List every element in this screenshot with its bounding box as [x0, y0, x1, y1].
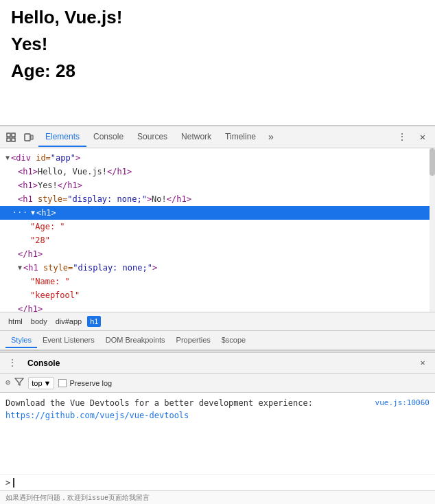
- dom-content: <h1 style="display: none;">No!</h1>: [18, 193, 191, 205]
- console-message-text: Download the Vue Devtools for a better d…: [5, 397, 370, 422]
- style-tab-event-listeners[interactable]: Event Listeners: [37, 333, 100, 348]
- bottom-bar: 如果遇到任何问题，欢迎到issue页面给我留言: [0, 490, 435, 504]
- dom-line-h1-no[interactable]: <h1 style="display: none;">No!</h1>: [0, 192, 435, 206]
- dom-content: "28": [30, 234, 50, 247]
- dom-tree-scrollbar[interactable]: [430, 148, 435, 312]
- svg-rect-5: [31, 135, 33, 139]
- svg-rect-1: [7, 138, 10, 141]
- more-options-icon[interactable]: ⋮: [394, 129, 410, 146]
- tab-elements[interactable]: Elements: [38, 128, 86, 147]
- filter-dropdown-arrow: ▼: [44, 379, 51, 387]
- svg-rect-3: [12, 138, 15, 141]
- style-tab-scope[interactable]: $scope: [216, 333, 251, 348]
- dom-content: </h1>: [18, 248, 43, 260]
- bottom-bar-text: 如果遇到任何问题，欢迎到issue页面给我留言: [5, 493, 150, 503]
- svg-rect-0: [7, 133, 10, 137]
- dom-line-name-text[interactable]: "Name: ": [0, 275, 435, 288]
- elements-panel: ▼ <div id="app"> <h1>Hello, Vue.js!</h1>…: [0, 148, 435, 350]
- style-tab-dom-breakpoints[interactable]: DOM Breakpoints: [100, 333, 171, 348]
- dom-content: <h1>Hello, Vue.js!</h1>: [18, 165, 132, 178]
- console-input-line[interactable]: >: [0, 474, 435, 490]
- style-tab-properties[interactable]: Properties: [171, 333, 216, 348]
- no-entry-icon[interactable]: ⊘: [5, 378, 10, 388]
- page-content: Hello, Vue.js! Yes! Age: 28: [0, 0, 435, 126]
- breadcrumb-body[interactable]: body: [28, 316, 50, 327]
- dom-content: "Age: ": [30, 220, 65, 233]
- console-source[interactable]: vue.js:10060: [375, 397, 430, 409]
- devtools-panel: Elements Console Sources Network Timelin…: [0, 126, 435, 504]
- console-message: Download the Vue Devtools for a better d…: [5, 396, 430, 423]
- dom-content: <h1>Yes!</h1>: [18, 179, 82, 192]
- styles-tabs: Styles Event Listeners DOM Breakpoints P…: [0, 331, 435, 350]
- input-cursor: [13, 478, 14, 488]
- preserve-log-label: Preserve log: [69, 379, 112, 387]
- filter-dropdown[interactable]: top ▼: [28, 377, 54, 389]
- toggle-icon[interactable]: ▼: [5, 152, 10, 164]
- devtools-tabs: Elements Console Sources Network Timelin…: [38, 128, 394, 147]
- breadcrumb-html[interactable]: html: [5, 316, 25, 327]
- console-link[interactable]: https://github.com/vuejs/vue-devtools: [5, 411, 189, 420]
- toggle-icon[interactable]: ▼: [31, 207, 35, 219]
- close-devtools-icon[interactable]: ✕: [414, 129, 431, 146]
- dom-content: <h1 style="display: none;">: [23, 262, 157, 274]
- style-tab-styles[interactable]: Styles: [5, 333, 37, 348]
- tabs-overflow-icon[interactable]: »: [263, 129, 279, 146]
- age-heading: Age: 28: [11, 60, 424, 82]
- dom-line-age-text[interactable]: "Age: ": [0, 220, 435, 233]
- dom-line-keepfool-text[interactable]: "keepfool": [0, 288, 435, 302]
- console-options-icon[interactable]: ⋮: [5, 356, 19, 370]
- console-filter-bar: ⊘ top ▼ Preserve log: [0, 374, 435, 393]
- console-panel: ⋮ Console ✕ ⊘ top ▼ Preserve log: [0, 353, 435, 490]
- tab-timeline[interactable]: Timeline: [218, 128, 263, 147]
- breadcrumb: html body div#app h1: [0, 312, 435, 331]
- breadcrumb-div-app[interactable]: div#app: [53, 316, 85, 327]
- tab-network[interactable]: Network: [174, 128, 218, 147]
- close-console-icon[interactable]: ✕: [416, 356, 430, 370]
- dom-content: </h1>: [18, 303, 43, 312]
- dom-tree-scroll-thumb[interactable]: [430, 148, 435, 176]
- breadcrumb-h1[interactable]: h1: [87, 316, 101, 327]
- dom-line-h1-hello[interactable]: <h1>Hello, Vue.js!</h1>: [0, 165, 435, 179]
- svg-rect-4: [25, 134, 30, 141]
- toolbar-right: ⋮ ✕: [394, 129, 432, 146]
- filter-dropdown-label: top: [32, 379, 42, 387]
- console-output: Download the Vue Devtools for a better d…: [0, 393, 435, 474]
- dom-tree[interactable]: ▼ <div id="app"> <h1>Hello, Vue.js!</h1>…: [0, 148, 435, 312]
- dom-content: "keepfool": [30, 289, 80, 301]
- dom-line-h1-name-open[interactable]: ▼ <h1 style="display: none;">: [0, 261, 435, 275]
- hello-heading: Hello, Vue.js!: [11, 7, 424, 28]
- preserve-log-area: Preserve log: [58, 379, 112, 387]
- svg-rect-2: [12, 133, 15, 137]
- dom-line-h1-yes[interactable]: <h1>Yes!</h1>: [0, 179, 435, 192]
- dom-line-h1-name-close[interactable]: </h1>: [0, 302, 435, 312]
- device-toggle-icon[interactable]: [21, 129, 37, 146]
- tab-sources[interactable]: Sources: [130, 128, 174, 147]
- preserve-log-checkbox[interactable]: [58, 379, 67, 387]
- tab-console[interactable]: Console: [86, 128, 130, 147]
- dom-line-28-text[interactable]: "28": [0, 233, 435, 247]
- dom-content: "Name: ": [30, 275, 70, 288]
- inspect-icon[interactable]: [3, 129, 19, 146]
- dom-line-h1-close[interactable]: </h1>: [0, 247, 435, 261]
- console-title: Console: [22, 358, 65, 368]
- console-toolbar: ⋮ Console ✕: [0, 353, 435, 374]
- dom-content: <h1>: [36, 207, 56, 219]
- dom-line-h1-age-open[interactable]: ··· ▼ <h1>: [0, 206, 435, 220]
- yes-heading: Yes!: [11, 34, 424, 55]
- filter-funnel-icon[interactable]: [14, 377, 24, 389]
- dom-content: <div id="app">: [11, 152, 80, 164]
- devtools-toolbar: Elements Console Sources Network Timelin…: [0, 126, 435, 148]
- toggle-icon[interactable]: ▼: [18, 262, 22, 274]
- input-prompt-icon: >: [5, 478, 10, 488]
- dom-line-div-app[interactable]: ▼ <div id="app">: [0, 151, 435, 165]
